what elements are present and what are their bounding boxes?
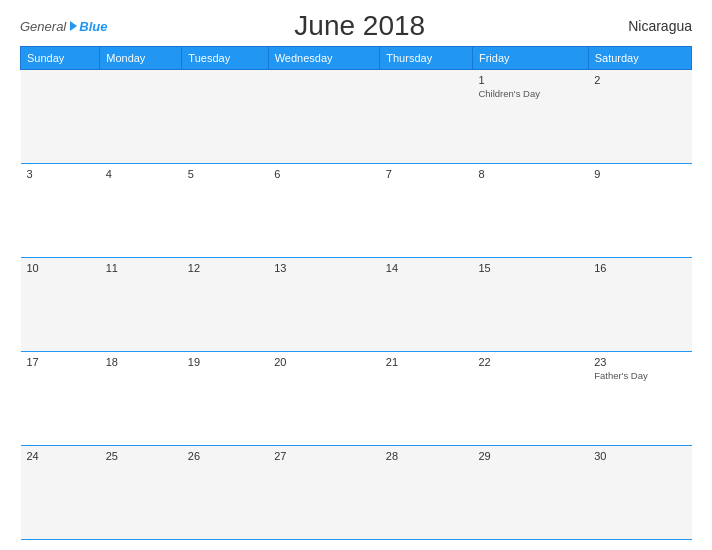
day-number: 19 [188, 356, 262, 368]
calendar-cell [268, 70, 380, 164]
holiday-label: Children's Day [478, 88, 582, 100]
calendar-cell: 28 [380, 446, 473, 540]
calendar-cell: 29 [472, 446, 588, 540]
day-number: 20 [274, 356, 374, 368]
calendar-cell: 4 [100, 164, 182, 258]
calendar-cell: 2 [588, 70, 691, 164]
day-number: 22 [478, 356, 582, 368]
col-header-friday: Friday [472, 47, 588, 70]
calendar-cell: 8 [472, 164, 588, 258]
day-number: 26 [188, 450, 262, 462]
calendar-cell: 21 [380, 352, 473, 446]
col-header-tuesday: Tuesday [182, 47, 268, 70]
day-number: 3 [27, 168, 94, 180]
calendar-week-row: 17181920212223Father's Day [21, 352, 692, 446]
col-header-saturday: Saturday [588, 47, 691, 70]
calendar-cell: 24 [21, 446, 100, 540]
day-number: 30 [594, 450, 685, 462]
calendar-table: SundayMondayTuesdayWednesdayThursdayFrid… [20, 46, 692, 540]
day-number: 16 [594, 262, 685, 274]
calendar-week-row: 3456789 [21, 164, 692, 258]
logo-blue-text: Blue [79, 19, 107, 34]
day-number: 12 [188, 262, 262, 274]
calendar-cell: 13 [268, 258, 380, 352]
calendar-header: General Blue June 2018 Nicaragua [20, 10, 692, 42]
calendar-cell: 20 [268, 352, 380, 446]
day-number: 4 [106, 168, 176, 180]
col-header-monday: Monday [100, 47, 182, 70]
calendar-cell: 30 [588, 446, 691, 540]
col-header-wednesday: Wednesday [268, 47, 380, 70]
calendar-header-row: SundayMondayTuesdayWednesdayThursdayFrid… [21, 47, 692, 70]
day-number: 11 [106, 262, 176, 274]
calendar-cell: 15 [472, 258, 588, 352]
day-number: 17 [27, 356, 94, 368]
day-number: 18 [106, 356, 176, 368]
country-label: Nicaragua [612, 18, 692, 34]
calendar-cell: 12 [182, 258, 268, 352]
month-title: June 2018 [107, 10, 612, 42]
day-number: 23 [594, 356, 685, 368]
day-number: 9 [594, 168, 685, 180]
calendar-cell [380, 70, 473, 164]
logo-general-text: General [20, 19, 66, 34]
calendar-cell: 9 [588, 164, 691, 258]
day-number: 24 [27, 450, 94, 462]
day-number: 6 [274, 168, 374, 180]
day-number: 2 [594, 74, 685, 86]
col-header-sunday: Sunday [21, 47, 100, 70]
day-number: 8 [478, 168, 582, 180]
calendar-cell: 23Father's Day [588, 352, 691, 446]
calendar-cell: 25 [100, 446, 182, 540]
day-number: 5 [188, 168, 262, 180]
day-number: 25 [106, 450, 176, 462]
day-number: 29 [478, 450, 582, 462]
calendar-cell: 3 [21, 164, 100, 258]
logo-triangle-icon [70, 21, 77, 31]
calendar-cell [182, 70, 268, 164]
calendar-cell: 10 [21, 258, 100, 352]
calendar-cell: 19 [182, 352, 268, 446]
calendar-cell [100, 70, 182, 164]
day-number: 7 [386, 168, 467, 180]
calendar-cell: 7 [380, 164, 473, 258]
col-header-thursday: Thursday [380, 47, 473, 70]
calendar-cell: 14 [380, 258, 473, 352]
logo: General Blue [20, 19, 107, 34]
calendar-cell [21, 70, 100, 164]
calendar-week-row: 10111213141516 [21, 258, 692, 352]
calendar-cell: 17 [21, 352, 100, 446]
day-number: 13 [274, 262, 374, 274]
day-number: 1 [478, 74, 582, 86]
calendar-cell: 11 [100, 258, 182, 352]
calendar-cell: 26 [182, 446, 268, 540]
calendar-cell: 5 [182, 164, 268, 258]
day-number: 10 [27, 262, 94, 274]
calendar-cell: 16 [588, 258, 691, 352]
calendar-cell: 1Children's Day [472, 70, 588, 164]
day-number: 15 [478, 262, 582, 274]
day-number: 28 [386, 450, 467, 462]
calendar-cell: 6 [268, 164, 380, 258]
calendar-cell: 18 [100, 352, 182, 446]
day-number: 21 [386, 356, 467, 368]
holiday-label: Father's Day [594, 370, 685, 382]
calendar-week-row: 1Children's Day2 [21, 70, 692, 164]
day-number: 27 [274, 450, 374, 462]
calendar-cell: 22 [472, 352, 588, 446]
calendar-cell: 27 [268, 446, 380, 540]
day-number: 14 [386, 262, 467, 274]
calendar-week-row: 24252627282930 [21, 446, 692, 540]
